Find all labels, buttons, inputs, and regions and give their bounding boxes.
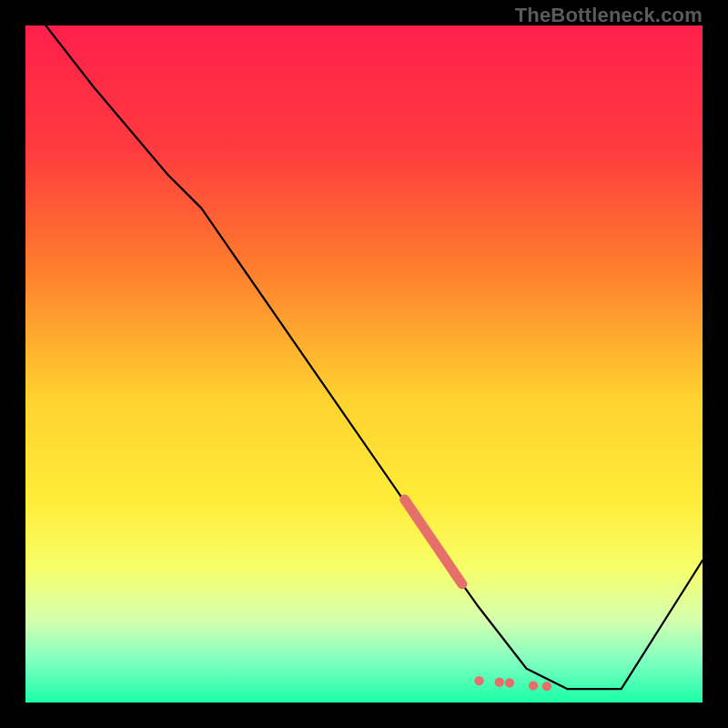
highlight-dot (542, 682, 551, 691)
watermark-text: TheBottleneck.com (515, 4, 703, 27)
plot-area (25, 25, 703, 703)
highlight-dot (495, 677, 504, 686)
chart-frame: TheBottleneck.com (0, 0, 728, 728)
highlight-dot (505, 678, 514, 687)
highlight-dot (529, 681, 538, 690)
chart-svg (25, 25, 703, 703)
highlight-dot (474, 676, 483, 685)
